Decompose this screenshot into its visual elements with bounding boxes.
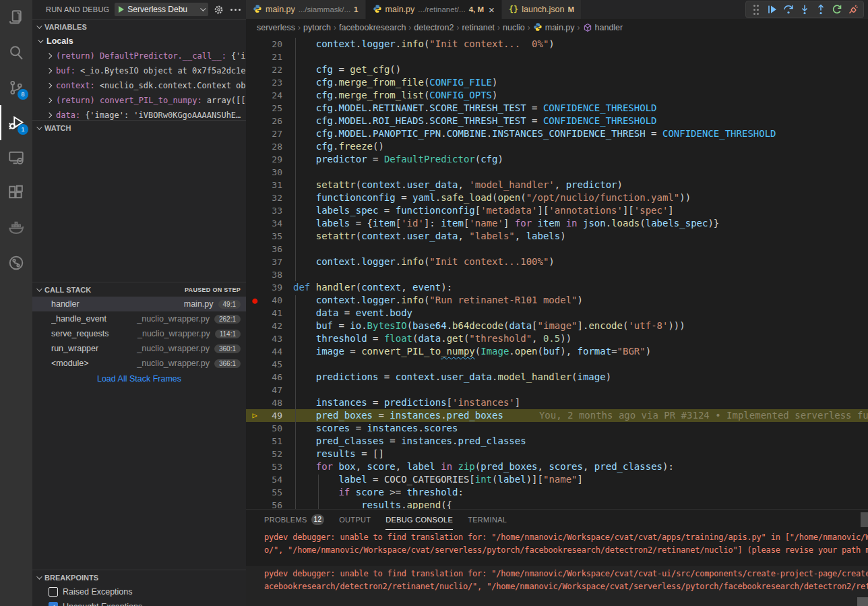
gutter[interactable]: 44 bbox=[246, 345, 293, 358]
gutter[interactable]: 50 bbox=[246, 422, 293, 435]
step-out-icon[interactable] bbox=[813, 2, 828, 17]
panel-scrollbar[interactable] bbox=[861, 512, 868, 527]
tab-main-py-retinanet[interactable]: main.py .../retinanet/... 4, M × bbox=[366, 0, 501, 19]
tab-main-py-siammask[interactable]: main.py .../siammask/... 1 bbox=[246, 0, 365, 19]
disconnect-icon[interactable] bbox=[846, 2, 861, 17]
breadcrumb-item[interactable]: main.py bbox=[545, 23, 575, 32]
gutter[interactable]: 55 bbox=[246, 486, 293, 499]
breakpoint-row[interactable]: ✓Uncaught Exceptions bbox=[32, 599, 246, 606]
breakpoint-row[interactable]: Raised Exceptions bbox=[32, 584, 246, 599]
variable-row[interactable]: (return) DefaultPredictor.__call__:{'ins… bbox=[32, 49, 246, 63]
tab-problems[interactable]: PROBLEMS 12 bbox=[264, 510, 324, 530]
explorer-icon[interactable] bbox=[0, 0, 32, 35]
docker-icon[interactable] bbox=[0, 210, 32, 245]
stack-frame-row[interactable]: <module>_nuclio_wrapper.py366:1 bbox=[32, 356, 246, 371]
gutter[interactable]: 32 bbox=[246, 191, 293, 204]
gutter[interactable]: 22 bbox=[246, 63, 293, 76]
restart-icon[interactable] bbox=[830, 2, 844, 17]
gear-icon[interactable] bbox=[214, 5, 224, 15]
breadcrumb-item[interactable]: retinanet bbox=[462, 23, 495, 32]
variable-row[interactable]: (return) convert_PIL_to_numpy:array([[[ … bbox=[32, 93, 246, 108]
launch-config-dropdown[interactable]: Serverless Debu bbox=[115, 3, 208, 16]
gutter[interactable]: 42 bbox=[246, 320, 293, 332]
gutter[interactable]: 33 bbox=[246, 204, 293, 217]
close-icon[interactable]: × bbox=[489, 4, 495, 16]
search-icon[interactable] bbox=[0, 35, 32, 70]
gutter[interactable]: 26 bbox=[246, 115, 293, 127]
checkbox[interactable] bbox=[49, 587, 58, 597]
gutter[interactable]: 52 bbox=[246, 448, 293, 460]
start-debug-icon[interactable] bbox=[119, 6, 124, 13]
gutter[interactable]: 36 bbox=[246, 243, 293, 255]
debug-console-output[interactable]: pydev debugger: unable to find translati… bbox=[246, 530, 868, 606]
gutter[interactable]: 25 bbox=[246, 102, 293, 115]
tab-launch-json[interactable]: {} launch.json M bbox=[502, 0, 581, 19]
gutter[interactable]: 48 bbox=[246, 396, 293, 409]
breadcrumb-item[interactable]: nuclio bbox=[503, 23, 525, 32]
call-stack-header[interactable]: CALL STACK PAUSED ON STEP bbox=[32, 282, 246, 297]
toolbar-drag-handle[interactable] bbox=[749, 2, 764, 17]
stack-frame-row[interactable]: handlermain.py49:1 bbox=[32, 297, 246, 311]
gutter[interactable]: 45 bbox=[246, 358, 293, 371]
gutter[interactable]: 39 bbox=[246, 281, 293, 294]
remote-explorer-icon[interactable] bbox=[0, 140, 32, 175]
tab-output[interactable]: OUTPUT bbox=[339, 510, 371, 530]
checkbox[interactable]: ✓ bbox=[49, 602, 58, 606]
variables-header[interactable]: VARIABLES bbox=[32, 19, 246, 34]
gutter[interactable]: 38 bbox=[246, 268, 293, 281]
code-editor[interactable]: 20 context.logger.info("Init context... … bbox=[246, 36, 868, 509]
breakpoints-header[interactable]: BREAKPOINTS bbox=[32, 570, 246, 584]
gutter[interactable]: 47 bbox=[246, 384, 293, 396]
line-number: 56 bbox=[264, 499, 282, 509]
gutter[interactable]: 30 bbox=[246, 166, 293, 179]
gutter[interactable]: ●40 bbox=[246, 294, 293, 307]
code-line: 25 cfg.MODEL.RETINANET.SCORE_THRESH_TEST… bbox=[246, 102, 868, 115]
panel-scrollbar-corner[interactable] bbox=[857, 597, 868, 606]
gutter[interactable]: 23 bbox=[246, 76, 293, 89]
code-line: 50 scores = instances.scores bbox=[246, 422, 868, 435]
tab-terminal[interactable]: TERMINAL bbox=[468, 510, 507, 530]
tab-debug-console[interactable]: DEBUG CONSOLE bbox=[385, 510, 453, 530]
gutter[interactable]: 24 bbox=[246, 89, 293, 102]
gutter[interactable]: 41 bbox=[246, 307, 293, 320]
step-over-icon[interactable] bbox=[781, 2, 796, 17]
gutter[interactable]: 56 bbox=[246, 499, 293, 509]
variable-row[interactable]: buf:<_io.BytesIO object at 0x7f5a2dc1ecc… bbox=[32, 63, 246, 78]
gutter[interactable]: 31 bbox=[246, 179, 293, 191]
chevron-down-icon bbox=[36, 574, 42, 579]
gutter[interactable]: 51 bbox=[246, 435, 293, 448]
breadcrumb-item[interactable]: detectron2 bbox=[414, 23, 454, 32]
source-control-icon[interactable]: 8 bbox=[0, 70, 32, 105]
scope-locals[interactable]: Locals bbox=[32, 34, 246, 49]
breadcrumb-item[interactable]: facebookresearch bbox=[339, 23, 406, 32]
breadcrumb-item[interactable]: pytorch bbox=[303, 23, 331, 32]
gutter[interactable]: 29 bbox=[246, 153, 293, 166]
gutter[interactable]: 27 bbox=[246, 127, 293, 140]
gutter[interactable]: 43 bbox=[246, 332, 293, 345]
gutter[interactable]: 53 bbox=[246, 460, 293, 473]
variable-row[interactable]: context:<nuclio_sdk.context.Context obje… bbox=[32, 78, 246, 93]
git-graph-icon[interactable] bbox=[0, 245, 32, 280]
extensions-icon[interactable] bbox=[0, 175, 32, 210]
breadcrumb-item[interactable]: serverless bbox=[257, 23, 295, 32]
more-actions-icon[interactable] bbox=[229, 9, 242, 11]
watch-header[interactable]: WATCH bbox=[32, 120, 246, 135]
stack-frame-row[interactable]: _handle_event_nuclio_wrapper.py262:1 bbox=[32, 311, 246, 326]
stack-frame-row[interactable]: serve_requests_nuclio_wrapper.py114:1 bbox=[32, 326, 246, 341]
step-into-icon[interactable] bbox=[797, 2, 812, 17]
gutter[interactable]: 20 bbox=[246, 38, 293, 51]
gutter[interactable]: 35 bbox=[246, 230, 293, 243]
run-and-debug-icon[interactable]: 1 bbox=[0, 105, 32, 140]
gutter[interactable]: 54 bbox=[246, 473, 293, 486]
gutter[interactable]: 28 bbox=[246, 140, 293, 153]
breadcrumb-item[interactable]: handler bbox=[595, 23, 623, 32]
gutter[interactable]: 46 bbox=[246, 371, 293, 384]
continue-icon[interactable] bbox=[765, 2, 780, 17]
gutter[interactable]: 21 bbox=[246, 51, 293, 63]
stack-frame-row[interactable]: run_wrapper_nuclio_wrapper.py360:1 bbox=[32, 341, 246, 356]
gutter[interactable]: ▷49 bbox=[246, 409, 293, 422]
load-all-stack-frames-link[interactable]: Load All Stack Frames bbox=[32, 371, 246, 387]
variable-row[interactable]: data:{'image': 'iVBORw0KGgoAAAANSUhE… bbox=[32, 108, 246, 120]
gutter[interactable]: 37 bbox=[246, 255, 293, 268]
gutter[interactable]: 34 bbox=[246, 217, 293, 230]
